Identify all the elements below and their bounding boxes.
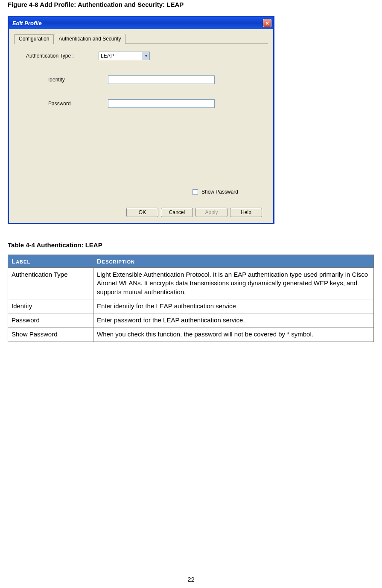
show-password-checkbox[interactable]	[192, 189, 198, 195]
auth-type-value: LEAP	[99, 53, 143, 59]
table-cell-desc: Enter password for the LEAP authenticati…	[93, 313, 374, 327]
dialog-body: Configuration Authentication and Securit…	[9, 29, 273, 223]
definition-table: Label Description Authentication Type Li…	[8, 255, 374, 342]
table-row: Authentication Type Light Extensible Aut…	[8, 268, 374, 299]
ok-button[interactable]: OK	[126, 208, 158, 217]
page-number: 22	[0, 576, 382, 583]
password-label: Password	[48, 101, 108, 107]
table-cell-label: Authentication Type	[8, 268, 93, 299]
identity-field[interactable]	[108, 75, 215, 84]
table-cell-desc: When you check this function, the passwo…	[93, 327, 374, 342]
help-button[interactable]: Help	[230, 208, 262, 217]
identity-row: Identity	[14, 75, 268, 84]
table-title: Table 4-4 Authentication: LEAP	[8, 241, 374, 249]
table-cell-label: Password	[8, 313, 93, 327]
auth-type-label: Authentication Type :	[26, 53, 99, 59]
password-row: Password	[14, 99, 268, 108]
show-password-label: Show Passward	[201, 189, 238, 195]
table-cell-label: Identity	[8, 299, 93, 313]
table-cell-label: Show Password	[8, 327, 93, 342]
close-button[interactable]: ×	[263, 19, 271, 27]
tabs-row: Configuration Authentication and Securit…	[14, 33, 268, 44]
identity-label: Identity	[48, 77, 108, 83]
table-cell-desc: Enter identity for the LEAP authenticati…	[93, 299, 374, 313]
chevron-down-icon[interactable]: ▼	[143, 52, 149, 60]
dialog-title-text: Edit Profile	[12, 20, 42, 26]
password-field[interactable]	[108, 99, 215, 108]
close-icon: ×	[265, 20, 269, 26]
show-password-row: Show Passward	[14, 189, 268, 195]
apply-button[interactable]: Apply	[195, 208, 227, 217]
cancel-button[interactable]: Cancel	[161, 208, 193, 217]
figure-title: Figure 4-8 Add Profile: Authentication a…	[8, 0, 374, 16]
table-cell-desc: Light Extensible Authentication Protocol…	[93, 268, 374, 299]
table-row: Show Password When you check this functi…	[8, 327, 374, 342]
dialog-titlebar: Edit Profile ×	[9, 17, 273, 29]
tab-configuration[interactable]: Configuration	[14, 34, 54, 44]
table-row: Identity Enter identity for the LEAP aut…	[8, 299, 374, 313]
dialog-button-row: OK Cancel Apply Help	[14, 208, 268, 217]
edit-profile-dialog: Edit Profile × Configuration Authenticat…	[8, 16, 274, 224]
auth-type-row: Authentication Type : LEAP ▼	[14, 49, 268, 60]
table-row: Password Enter password for the LEAP aut…	[8, 313, 374, 327]
table-header-description: Description	[93, 255, 374, 268]
auth-type-combo[interactable]: LEAP ▼	[99, 52, 150, 60]
table-header-label: Label	[8, 255, 93, 268]
tab-auth-security[interactable]: Authentication and Security	[54, 34, 125, 44]
